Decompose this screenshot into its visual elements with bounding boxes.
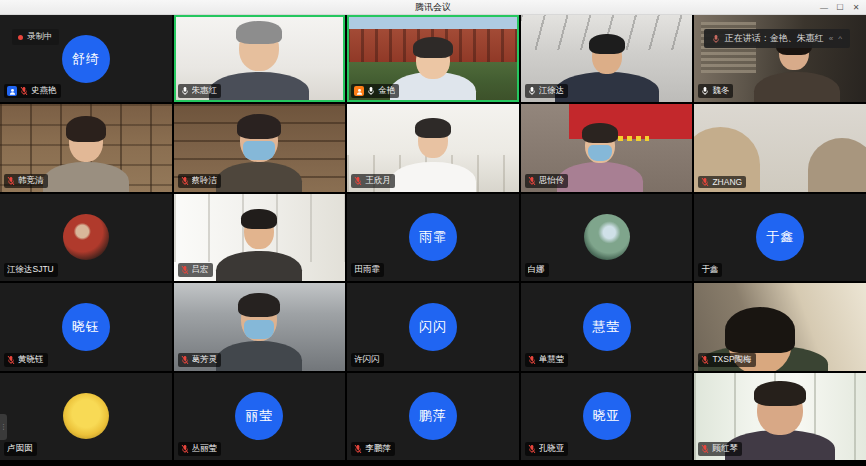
participant-tile[interactable]: 江徐达SJTU	[0, 194, 172, 281]
avatar-text: 晓亚	[593, 407, 621, 425]
participant-tile[interactable]: 朱惠红	[174, 15, 346, 102]
name-tag: 思怡伶	[525, 174, 569, 188]
window-title: 腾讯会议	[415, 0, 451, 14]
name-tag: 韩竞清	[4, 174, 48, 188]
participant-face	[757, 385, 803, 435]
participant-name: 韩竞清	[18, 175, 44, 187]
participant-name: 思怡伶	[539, 175, 565, 187]
participant-tile[interactable]: 慧莹单慧莹	[521, 283, 693, 370]
avatar: 雨霏	[409, 213, 457, 261]
participant-tile[interactable]: 顾红琴	[694, 373, 866, 460]
mic-muted-icon	[701, 444, 709, 454]
name-tag: 李鹏萍	[351, 442, 395, 456]
avatar: 闪闪	[409, 303, 457, 351]
participant-name: 孔晓亚	[539, 443, 565, 455]
participant-tile[interactable]: 蔡聆洁	[174, 104, 346, 191]
participant-tile[interactable]: 晓亚孔晓亚	[521, 373, 693, 460]
mic-icon	[528, 86, 536, 96]
mic-muted-icon	[528, 355, 536, 365]
participant-name: 吕宏	[192, 264, 209, 276]
name-tag: 田雨霏	[351, 263, 384, 277]
participant-tile[interactable]: 雨霏田雨霏	[347, 194, 519, 281]
avatar-text: 鹏萍	[419, 407, 447, 425]
participant-name: 蔡聆洁	[192, 175, 218, 187]
avatar: 鹏萍	[409, 392, 457, 440]
participant-body	[555, 72, 659, 102]
avatar-text: 慧莹	[593, 318, 621, 336]
avatar: 舒绮	[62, 35, 110, 83]
participant-name: 朱惠红	[192, 85, 218, 97]
window-controls: — ☐ ✕	[816, 0, 864, 14]
participant-body	[754, 72, 840, 102]
mic-muted-icon	[354, 176, 362, 186]
side-panel-handle[interactable]: ⋮	[0, 414, 7, 440]
mic-icon	[367, 86, 375, 96]
participant-tile[interactable]: 鹏萍李鹏萍	[347, 373, 519, 460]
participant-tile[interactable]: ZHANG	[694, 104, 866, 191]
avatar	[584, 214, 630, 260]
participant-name: 卢囡囡	[7, 443, 33, 455]
participant-name: 黄晓钰	[18, 354, 44, 366]
participant-tile[interactable]: 闪闪许闪闪	[347, 283, 519, 370]
volume-icon[interactable]: «	[829, 35, 833, 43]
participant-tile[interactable]: 丽莹丛丽莹	[174, 373, 346, 460]
mic-muted-icon	[7, 355, 15, 365]
name-tag: 于鑫	[698, 263, 722, 277]
participant-tile[interactable]: 思怡伶	[521, 104, 693, 191]
minimize-button[interactable]: —	[816, 0, 832, 14]
participant-face	[585, 127, 615, 163]
recording-dot-icon	[18, 35, 23, 40]
name-tag: 卢囡囡	[4, 442, 37, 456]
participant-name: 顾红琴	[712, 443, 738, 455]
participant-name: 李鹏萍	[365, 443, 391, 455]
name-tag: 孔晓亚	[525, 442, 569, 456]
participant-tile[interactable]: 王欣月	[347, 104, 519, 191]
recording-label: 录制中	[27, 31, 53, 43]
mic-muted-icon	[701, 177, 709, 187]
participant-name: 魏冬	[712, 85, 729, 97]
name-tag: TXSP陶梅	[698, 353, 755, 367]
participant-name: 于鑫	[701, 264, 718, 276]
role-badge-orange-icon	[354, 86, 364, 96]
avatar: 丽莹	[235, 392, 283, 440]
participant-tile[interactable]: 葛芳灵	[174, 283, 346, 370]
participant-face	[418, 122, 448, 158]
name-tag: 单慧莹	[525, 353, 569, 367]
participant-name: 单慧莹	[539, 354, 565, 366]
participant-face	[240, 118, 278, 162]
avatar: 于鑫	[756, 213, 804, 261]
participant-name: 许闪闪	[354, 354, 380, 366]
participant-tile[interactable]: 卢囡囡	[0, 373, 172, 460]
participant-face	[416, 41, 450, 79]
avatar-text: 晓钰	[72, 318, 100, 336]
participant-tile[interactable]: 晓钰黄晓钰	[0, 283, 172, 370]
participant-tile[interactable]: 白娜	[521, 194, 693, 281]
maximize-button[interactable]: ☐	[832, 0, 848, 14]
participant-tile[interactable]: 于鑫于鑫	[694, 194, 866, 281]
avatar: 晓亚	[583, 392, 631, 440]
avatar: 晓钰	[62, 303, 110, 351]
participant-face	[69, 120, 103, 162]
participant-tile[interactable]: 吕宏	[174, 194, 346, 281]
avatar-text: 雨霏	[419, 228, 447, 246]
name-tag: 葛芳灵	[178, 353, 222, 367]
participant-tile[interactable]: 江徐达	[521, 15, 693, 102]
participant-tile[interactable]: TXSP陶梅	[694, 283, 866, 370]
mic-muted-icon	[181, 355, 189, 365]
participant-tile[interactable]: 韩竞清	[0, 104, 172, 191]
mic-muted-icon	[181, 265, 189, 275]
name-tag: 黄晓钰	[4, 353, 48, 367]
participant-tile[interactable]: 金艳	[347, 15, 519, 102]
mic-muted-icon	[528, 444, 536, 454]
participant-body	[209, 72, 309, 102]
participant-body	[216, 251, 302, 281]
close-button[interactable]: ✕	[848, 0, 864, 14]
participant-name: 丛丽莹	[192, 443, 218, 455]
avatar-text: 舒绮	[72, 50, 100, 68]
speaking-toast[interactable]: 正在讲话：金艳、朱惠红 « ^	[704, 29, 850, 48]
participant-name: 田雨霏	[354, 264, 380, 276]
name-tag: 史燕艳	[4, 84, 61, 98]
collapse-icon[interactable]: ^	[838, 35, 842, 43]
avatar: 慧莹	[583, 303, 631, 351]
participant-name: 王欣月	[365, 175, 391, 187]
